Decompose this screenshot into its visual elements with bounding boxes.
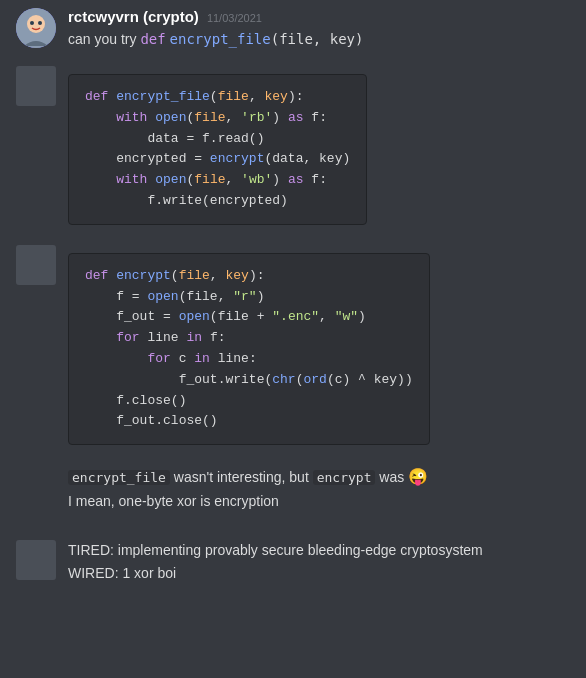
code-line-2-2: f = open(file, "r")	[85, 287, 413, 308]
code-line-1-4: encrypted = encrypt(data, key)	[85, 149, 350, 170]
emoji-1: 😜	[408, 468, 428, 485]
code-line-1-6: f.write(encrypted)	[85, 191, 350, 212]
timestamp-1: 11/03/2021	[207, 12, 262, 24]
code-block-1-container: def encrypt_file(file, key): with open(f…	[0, 62, 586, 237]
avatar-image-1	[16, 8, 56, 48]
code-block-2: def encrypt(file, key): f = open(file, "…	[68, 245, 430, 453]
code-line-2-5: for c in line:	[85, 349, 413, 370]
code-line-2-7: f.close()	[85, 391, 413, 412]
code-line-2-1: def encrypt(file, key):	[85, 266, 413, 287]
code-line-1-1: def encrypt_file(file, key):	[85, 87, 350, 108]
message-2-container: encrypt_file wasn't interesting, but enc…	[0, 457, 586, 516]
message-3-line1: TIRED: implementing provably secure blee…	[68, 540, 570, 561]
code-line-2-4: for line in f:	[85, 328, 413, 349]
message-3-line2: WIRED: 1 xor boi	[68, 563, 570, 584]
code-line-1-3: data = f.read()	[85, 129, 350, 150]
message-1: rctcwyvrn (crypto) 11/03/2021 can you tr…	[0, 0, 586, 58]
code-line-2-3: f_out = open(file + ".enc", "w")	[85, 307, 413, 328]
message-2-part2: wasn't interesting, but	[174, 469, 313, 485]
code-block-1: def encrypt_file(file, key): with open(f…	[68, 66, 367, 233]
code-line-2-8: f_out.close()	[85, 411, 413, 432]
message-1-header: rctcwyvrn (crypto) 11/03/2021	[68, 8, 570, 25]
code-line-2-6: f_out.write(chr(ord(c) ^ key))	[85, 370, 413, 391]
code-block-1-content: def encrypt_file(file, key): with open(f…	[68, 74, 367, 225]
avatar-1	[16, 8, 56, 48]
message-1-content: rctcwyvrn (crypto) 11/03/2021 can you tr…	[68, 8, 570, 50]
message-2-part4: was	[379, 469, 404, 485]
code-line-1-5: with open(file, 'wb') as f:	[85, 170, 350, 191]
avatar-3	[16, 540, 56, 580]
message-1-text: can you try def encrypt_file(file, key)	[68, 29, 570, 50]
bot-avatar-1	[16, 66, 56, 106]
code-block-2-content: def encrypt(file, key): f = open(file, "…	[68, 253, 430, 445]
svg-point-2	[30, 21, 34, 25]
message-2-line2: I mean, one-byte xor is encryption	[68, 491, 570, 512]
svg-point-1	[27, 15, 45, 33]
code-line-1-2: with open(file, 'rb') as f:	[85, 108, 350, 129]
bot-avatar-2	[16, 245, 56, 285]
svg-point-3	[38, 21, 42, 25]
message-3-content: TIRED: implementing provably secure blee…	[68, 540, 570, 584]
message-3-container: TIRED: implementing provably secure blee…	[0, 528, 586, 588]
code-block-2-container: def encrypt(file, key): f = open(file, "…	[0, 241, 586, 457]
username-1: rctcwyvrn (crypto)	[68, 8, 199, 25]
inline-code-encrypt-file: encrypt_file	[68, 470, 170, 485]
message-2-text: encrypt_file wasn't interesting, but enc…	[68, 465, 570, 489]
inline-code-encrypt: encrypt	[313, 470, 376, 485]
